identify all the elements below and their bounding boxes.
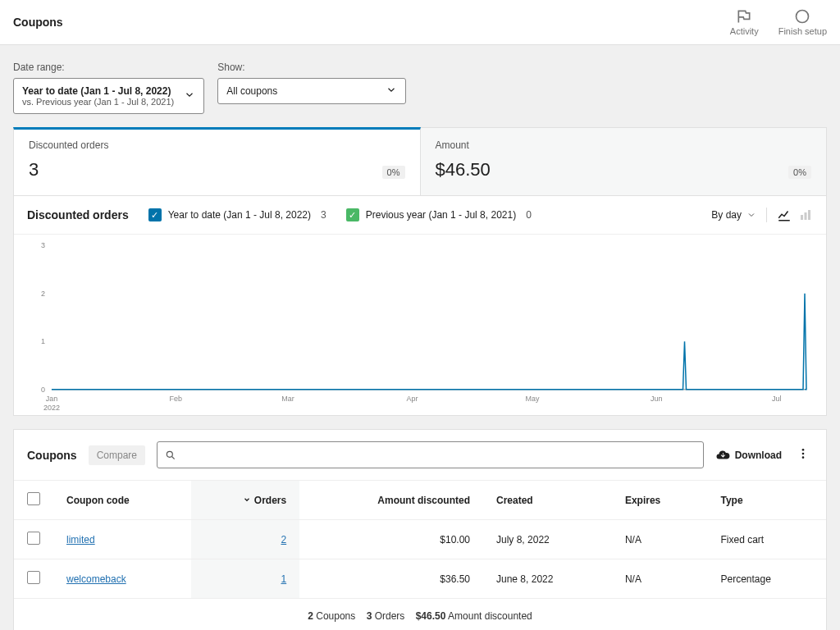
- svg-point-19: [802, 453, 805, 455]
- footer-orders-label: Orders: [375, 610, 405, 622]
- chevron-down-icon: [243, 495, 251, 506]
- coupons-table-panel: Coupons Compare Download Coupon code Ord…: [13, 429, 827, 630]
- svg-text:May: May: [525, 395, 539, 403]
- row-checkbox[interactable]: [27, 532, 40, 545]
- finish-setup-button[interactable]: Finish setup: [778, 8, 827, 36]
- cell-amount: $10.00: [299, 520, 483, 559]
- kebab-icon: [797, 447, 810, 460]
- svg-point-17: [167, 451, 172, 457]
- table-header-row: Coupon code Orders Amount discounted Cre…: [14, 481, 826, 520]
- circle-icon: [794, 8, 810, 25]
- summary-title: Amount: [436, 139, 812, 151]
- show-value: All coupons: [226, 85, 376, 97]
- svg-point-0: [797, 11, 809, 23]
- finish-setup-label: Finish setup: [778, 26, 827, 36]
- legend-previous[interactable]: ✓ Previous year (Jan 1 - Jul 8, 2021) 0: [346, 208, 532, 221]
- svg-text:2: 2: [41, 290, 45, 298]
- download-button[interactable]: Download: [715, 448, 782, 463]
- chevron-down-icon: [386, 84, 397, 98]
- svg-rect-2: [805, 212, 807, 220]
- summary-pct: 0%: [788, 166, 811, 179]
- table-row: welcomeback1$36.50June 8, 2022N/APercent…: [14, 559, 826, 599]
- footer-orders-count: 3: [367, 610, 372, 622]
- chart-panel: Discounted orders ✓ Year to date (Jan 1 …: [13, 196, 827, 416]
- summary-discounted-orders[interactable]: Discounted orders 3 0%: [13, 127, 421, 196]
- search-wrap: [157, 441, 704, 468]
- col-type[interactable]: Type: [707, 481, 826, 520]
- interval-label: By day: [711, 209, 742, 221]
- legend-current-label: Year to date (Jan 1 - Jul 8, 2022): [168, 209, 311, 221]
- summary-title: Discounted orders: [29, 139, 405, 151]
- date-range-label: Date range:: [13, 62, 204, 73]
- svg-text:Jun: Jun: [651, 395, 662, 403]
- table-header: Coupons Compare Download: [14, 430, 826, 480]
- table-row: limited2$10.00July 8, 2022N/AFixed cart: [14, 520, 826, 559]
- cell-type: Fixed cart: [707, 520, 826, 559]
- svg-text:3: 3: [41, 241, 45, 249]
- svg-text:Feb: Feb: [170, 395, 182, 403]
- col-amount[interactable]: Amount discounted: [299, 481, 483, 520]
- topbar: Coupons Activity Finish setup: [0, 0, 840, 45]
- date-range-secondary: vs. Previous year (Jan 1 - Jul 8, 2021): [22, 97, 174, 107]
- view-toggle: [766, 208, 813, 222]
- checkbox-checked-icon: ✓: [148, 208, 162, 221]
- summary-pct: 0%: [382, 166, 405, 179]
- chart-title: Discounted orders: [27, 208, 129, 221]
- legend-current-count: 3: [321, 209, 326, 221]
- interval-select[interactable]: By day: [711, 209, 756, 221]
- topbar-actions: Activity Finish setup: [730, 8, 827, 36]
- summary-amount[interactable]: Amount $46.50 0%: [421, 127, 828, 196]
- date-range-select[interactable]: Year to date (Jan 1 - Jul 8, 2022) vs. P…: [13, 78, 204, 114]
- cell-orders: 2: [191, 520, 299, 559]
- search-input[interactable]: [157, 441, 704, 468]
- summary-value: 3: [29, 159, 39, 180]
- cell-created: July 8, 2022: [483, 520, 612, 559]
- compare-button[interactable]: Compare: [89, 445, 145, 465]
- download-label: Download: [735, 450, 782, 461]
- col-checkbox: [14, 481, 53, 520]
- filters-row: Date range: Year to date (Jan 1 - Jul 8,…: [0, 45, 840, 127]
- footer-amount-label: Amount discounted: [448, 610, 532, 622]
- orders-link[interactable]: 2: [281, 534, 287, 546]
- row-checkbox[interactable]: [27, 571, 40, 584]
- legend-current[interactable]: ✓ Year to date (Jan 1 - Jul 8, 2022) 3: [148, 208, 326, 221]
- legend-previous-count: 0: [526, 209, 532, 221]
- activity-label: Activity: [730, 26, 759, 36]
- chart-svg: 0123JanFebMarAprMayJunJul2022: [27, 238, 813, 415]
- col-expires[interactable]: Expires: [612, 481, 708, 520]
- orders-link[interactable]: 1: [281, 573, 287, 585]
- svg-text:2022: 2022: [43, 404, 60, 412]
- col-code[interactable]: Coupon code: [53, 481, 191, 520]
- date-range-filter: Date range: Year to date (Jan 1 - Jul 8,…: [13, 62, 204, 114]
- bar-chart-icon[interactable]: [798, 208, 813, 222]
- cell-code: limited: [53, 520, 191, 559]
- footer-amount: $46.50: [416, 610, 446, 622]
- cell-orders: 1: [191, 559, 299, 599]
- coupon-link[interactable]: welcomeback: [66, 573, 126, 585]
- date-range-primary: Year to date (Jan 1 - Jul 8, 2022): [22, 85, 174, 97]
- chart-controls: By day: [711, 208, 813, 222]
- cell-amount: $36.50: [299, 559, 483, 599]
- checkbox-checked-icon: ✓: [346, 208, 359, 221]
- show-select[interactable]: All coupons: [217, 78, 406, 104]
- cloud-download-icon: [715, 448, 730, 463]
- line-chart-icon[interactable]: [777, 208, 792, 222]
- col-orders[interactable]: Orders: [191, 481, 299, 520]
- svg-point-20: [802, 456, 805, 459]
- table-menu-button[interactable]: [793, 444, 813, 466]
- show-filter: Show: All coupons: [217, 62, 406, 114]
- coupon-link[interactable]: limited: [66, 534, 95, 546]
- activity-button[interactable]: Activity: [730, 8, 759, 36]
- coupons-table: Coupon code Orders Amount discounted Cre…: [14, 480, 826, 598]
- cell-expires: N/A: [612, 559, 708, 599]
- page-title: Coupons: [13, 16, 63, 29]
- svg-point-18: [802, 449, 805, 451]
- col-created[interactable]: Created: [483, 481, 612, 520]
- chart-body: 0123JanFebMarAprMayJunJul2022: [14, 235, 826, 415]
- footer-coupons-count: 2: [308, 610, 313, 622]
- cell-expires: N/A: [612, 520, 708, 559]
- svg-text:Apr: Apr: [406, 395, 418, 403]
- select-all-checkbox[interactable]: [27, 492, 40, 505]
- table-title: Coupons: [27, 449, 77, 462]
- show-label: Show:: [217, 62, 406, 73]
